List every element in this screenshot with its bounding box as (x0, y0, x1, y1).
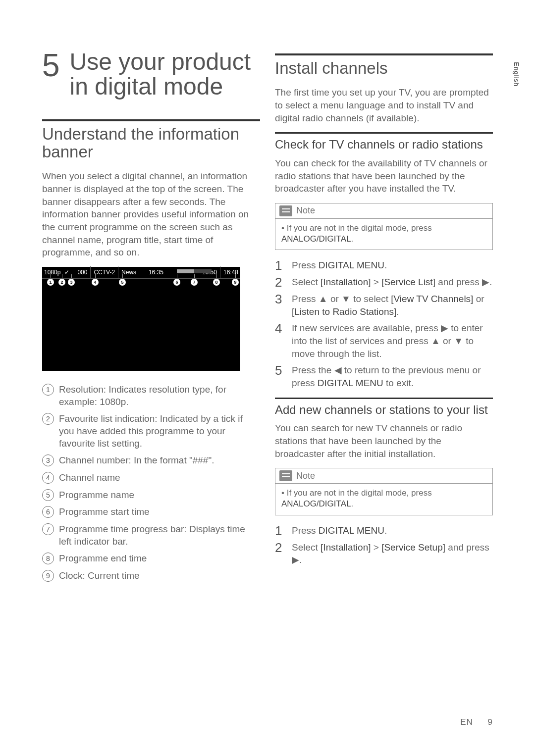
note-box: Note • If you are not in the digital mod… (275, 468, 493, 515)
legend-text: Programme start time (59, 506, 260, 518)
step-item: 3Press ▲ or ▼ to select [View TV Channel… (275, 293, 493, 318)
section-intro: When you select a digital channel, an in… (42, 170, 260, 258)
step-text: Press DIGITAL MENU. (292, 259, 493, 272)
legend-text: Channel number: In the format "###". (59, 454, 260, 467)
info-banner-diagram: 1080p ✓ 000 CCTV-2 News 16:35 16:50 16:4… (42, 267, 240, 371)
legend-text: Resolution: Indicates resolution type, f… (59, 384, 260, 408)
legend-number: 1 (42, 384, 54, 396)
section-heading: Install channels (275, 59, 493, 77)
banner-progress (177, 269, 212, 273)
legend-number: 7 (42, 523, 54, 535)
legend-text: Programme name (59, 489, 260, 502)
footer-lang: EN (460, 717, 473, 727)
banner-resolution: 1080p (42, 269, 62, 276)
step-item: 5Press the ◀ to return to the previous m… (275, 364, 493, 389)
note-label: Note (296, 471, 315, 481)
note-box: Note • If you are not in the digital mod… (275, 203, 493, 250)
banner-channel-number: 000 (75, 269, 89, 276)
legend-item: 5Programme name (42, 489, 260, 502)
step-number: 1 (275, 524, 285, 537)
step-item: 2Select [Installation] > [Service Setup]… (275, 541, 493, 566)
legend-list: 1Resolution: Indicates resolution type, … (42, 384, 260, 582)
note-icon (279, 205, 292, 216)
step-number: 4 (275, 322, 285, 360)
subsection-heading: Check for TV channels or radio stations (275, 138, 493, 152)
rule (275, 398, 493, 399)
step-text: Select [Installation] > [Service List] a… (292, 276, 493, 289)
step-text: Press ▲ or ▼ to select [View TV Channels… (292, 293, 493, 318)
footer-page-number: 9 (488, 717, 493, 727)
right-column: Install channels The first time you set … (275, 50, 493, 587)
step-item: 1Press DIGITAL MENU. (275, 524, 493, 537)
step-text: Select [Installation] > [Service Setup] … (292, 541, 493, 566)
legend-item: 3Channel number: In the format "###". (42, 454, 260, 467)
steps-list: 1Press DIGITAL MENU.2Select [Installatio… (275, 259, 493, 389)
banner-start-time: 16:35 (147, 269, 165, 276)
section-intro: The first time you set up your TV, you a… (275, 86, 493, 124)
divider (90, 266, 91, 278)
steps-list: 1Press DIGITAL MENU.2Select [Installatio… (275, 524, 493, 566)
step-number: 3 (275, 293, 285, 318)
subsection-body: You can search for new TV channels or ra… (275, 422, 493, 460)
legend-item: 2Favourite list indication: Indicated by… (42, 413, 260, 450)
legend-item: 6Programme start time (42, 506, 260, 518)
banner-clock: 16:48 (221, 269, 240, 276)
divider (118, 266, 118, 278)
legend-number: 6 (42, 506, 54, 518)
legend-text: Clock: Current time (59, 570, 260, 582)
legend-number: 4 (42, 472, 54, 484)
legend-number: 2 (42, 413, 54, 425)
legend-item: 1Resolution: Indicates resolution type, … (42, 384, 260, 408)
note-content: • If you are not in the digital mode, pr… (275, 484, 492, 514)
note-content: • If you are not in the digital mode, pr… (275, 219, 492, 250)
legend-item: 4Channel name (42, 472, 260, 484)
legend-text: Programme end time (59, 553, 260, 565)
legend-item: 7Programme time progress bar: Displays t… (42, 523, 260, 548)
left-column: 5 Use your product in digital mode Under… (42, 50, 260, 587)
legend-item: 8Programme end time (42, 553, 260, 565)
legend-item: 9Clock: Current time (42, 570, 260, 582)
legend-number: 8 (42, 553, 54, 564)
language-tab: English (513, 62, 520, 87)
section-heading: Understand the information banner (42, 125, 260, 161)
divider (220, 266, 220, 278)
step-item: 1Press DIGITAL MENU. (275, 259, 493, 272)
legend-number: 5 (42, 489, 54, 501)
subsection-body: You can check for the availability of TV… (275, 157, 493, 195)
legend-text: Favourite list indication: Indicated by … (59, 413, 260, 450)
page-footer: EN 9 (460, 717, 493, 727)
step-item: 4If new services are available, press ▶ … (275, 322, 493, 360)
rule (275, 53, 493, 55)
step-text: Press the ◀ to return to the previous me… (292, 364, 493, 389)
step-item: 2Select [Installation] > [Service List] … (275, 276, 493, 289)
note-icon (279, 470, 292, 481)
subsection-heading: Add new channels or stations to your lis… (275, 403, 493, 417)
legend-number: 9 (42, 570, 54, 582)
banner-fav-check: ✓ (62, 269, 71, 276)
chapter-heading: 5 Use your product in digital mode (42, 50, 260, 100)
step-number: 2 (275, 276, 285, 289)
step-text: If new services are available, press ▶ t… (292, 322, 493, 360)
banner-top-row: 1080p ✓ 000 CCTV-2 News 16:35 16:50 16:4… (42, 267, 240, 279)
page-content: 5 Use your product in digital mode Under… (0, 0, 535, 617)
step-number: 1 (275, 259, 285, 272)
banner-channel-name: CCTV-2 (92, 269, 117, 276)
legend-text: Programme time progress bar: Displays ti… (59, 523, 260, 548)
chapter-number: 5 (42, 50, 60, 81)
rule (275, 132, 493, 134)
step-text: Press DIGITAL MENU. (292, 524, 493, 537)
chapter-title: Use your product in digital mode (70, 50, 260, 100)
legend-number: 3 (42, 454, 54, 466)
legend-text: Channel name (59, 472, 260, 484)
step-number: 5 (275, 364, 285, 389)
banner-callouts: 1 2 3 4 5 6 7 8 9 (42, 279, 240, 294)
rule (42, 119, 260, 121)
note-label: Note (296, 205, 315, 216)
step-number: 2 (275, 541, 285, 566)
